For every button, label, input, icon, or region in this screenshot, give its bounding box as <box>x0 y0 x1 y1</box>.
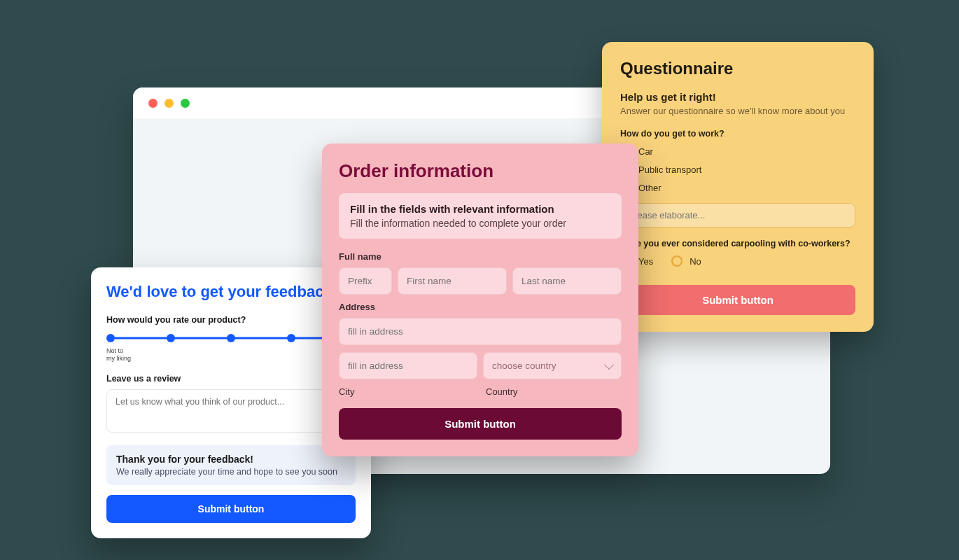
last-name-input[interactable] <box>512 267 622 295</box>
review-textarea[interactable] <box>106 389 356 433</box>
order-submit-button[interactable]: Submit button <box>339 408 622 440</box>
order-info-box: Fill in the fields with relevant informa… <box>339 193 622 239</box>
questionnaire-subtitle: Help us get it right! <box>620 91 855 103</box>
q1-option-label: Car <box>638 146 653 157</box>
window-maximize-dot[interactable] <box>181 99 190 108</box>
thank-you-text: We really appreciate your time and hope … <box>116 467 346 477</box>
order-card: Order information Fill in the fields wit… <box>322 144 638 456</box>
q2-radio-no[interactable] <box>671 255 682 267</box>
q1-option-car[interactable]: Car <box>620 146 855 157</box>
questionnaire-submit-button[interactable]: Submit button <box>620 285 855 315</box>
rate-label: How would you rate our product? <box>106 315 356 325</box>
elaborate-input[interactable] <box>620 203 855 227</box>
q2-label: Have you ever considered carpooling with… <box>620 239 855 248</box>
city-label: City <box>339 386 480 397</box>
rating-slider[interactable] <box>106 333 356 343</box>
address-label: Address <box>339 302 622 312</box>
window-minimize-dot[interactable] <box>164 99 174 108</box>
feedback-title: We'd love to get your feedback <box>106 283 356 301</box>
order-title: Order information <box>339 160 622 182</box>
fullname-label: Full name <box>339 251 622 262</box>
address-input-1[interactable] <box>339 318 622 345</box>
q1-label: How do you get to work? <box>620 129 855 139</box>
order-info-text: Fill the information needed to complete … <box>350 218 610 229</box>
q1-option-other[interactable]: Other <box>620 182 855 193</box>
slider-tick-4[interactable] <box>287 334 295 342</box>
q2-option-no[interactable]: No <box>671 255 701 267</box>
chevron-down-icon <box>604 359 614 369</box>
thank-you-header: Thank you for your feedback! <box>116 454 346 465</box>
order-info-header: Fill in the fields with relevant informa… <box>350 203 610 215</box>
city-input[interactable] <box>339 352 477 379</box>
slider-tick-3[interactable] <box>227 334 235 342</box>
first-name-input[interactable] <box>398 267 507 295</box>
review-label: Leave us a review <box>106 374 356 384</box>
window-close-dot[interactable] <box>148 99 158 108</box>
feedback-submit-button[interactable]: Submit button <box>106 495 356 523</box>
country-select[interactable]: choose country <box>483 352 622 379</box>
slider-tick-1[interactable] <box>106 334 115 342</box>
country-select-label: choose country <box>492 360 556 371</box>
q1-option-label: Public transport <box>638 164 701 175</box>
prefix-input[interactable] <box>339 267 392 295</box>
q1-option-label: Other <box>638 183 662 193</box>
slider-legend-low: Not to my liking <box>106 347 356 363</box>
q2-option-label: Yes <box>638 256 653 267</box>
thank-you-box: Thank you for your feedback! We really a… <box>106 445 356 485</box>
q2-option-label: No <box>690 256 701 267</box>
slider-tick-2[interactable] <box>167 334 175 342</box>
questionnaire-subtext: Answer our questionnaire so we'll know m… <box>620 106 855 116</box>
country-label: Country <box>486 386 518 397</box>
q1-option-public-transport[interactable]: Public transport <box>620 164 855 175</box>
questionnaire-card: Questionnaire Help us get it right! Answ… <box>602 42 874 332</box>
questionnaire-title: Questionnaire <box>620 59 855 78</box>
